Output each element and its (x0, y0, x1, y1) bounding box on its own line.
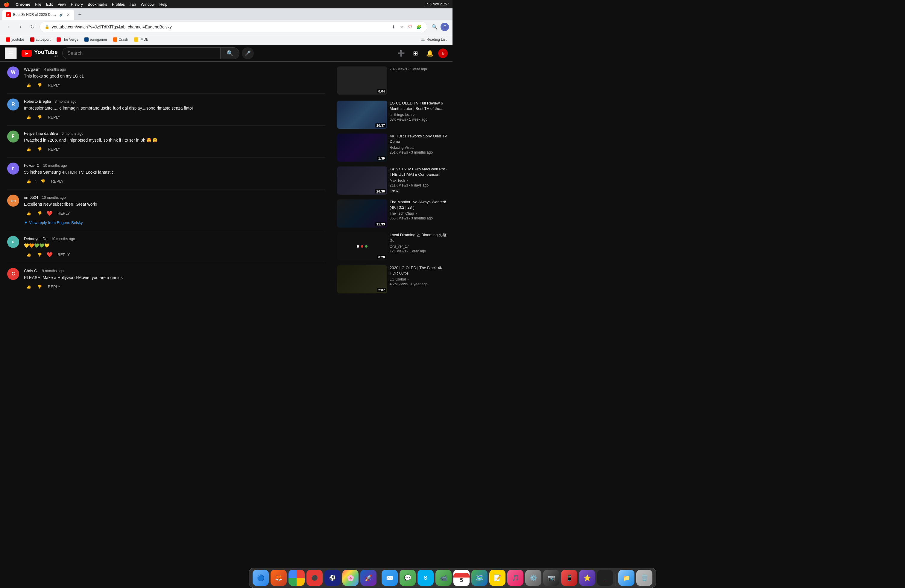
channel-name[interactable]: toru_ver_17 (390, 244, 409, 248)
menu-edit[interactable]: Edit (46, 2, 53, 6)
reply-button[interactable]: REPLY (46, 114, 63, 121)
yt-notifications-button[interactable]: 🔔 (424, 47, 436, 59)
comment-author[interactable]: Debadyuti De (24, 237, 48, 241)
comment-actions: 👍 👎 REPLY (24, 146, 325, 153)
dislike-button[interactable]: 👎 (35, 82, 44, 89)
chrome-search-icon[interactable]: 🔍 (430, 22, 439, 32)
bookmark-autosport[interactable]: autosport (28, 36, 53, 43)
yt-right-sidebar: 0:04 7.4K views · 1 year ago 10:37 LG C1… (332, 62, 452, 294)
comment-author[interactable]: Felipe Tina da Silva (24, 131, 58, 136)
sidebar-video-item[interactable]: 0:28 Local Dimming と Blooming の確認 toru_v… (337, 230, 448, 263)
comment-author[interactable]: Chris G. (24, 269, 38, 273)
like-button[interactable]: 👍 (24, 114, 33, 121)
like-button[interactable]: 👍 (24, 283, 33, 290)
menu-history[interactable]: History (71, 2, 83, 6)
tab-title: Best 8k HDR of 2020 Dolb... (13, 13, 57, 17)
bookmark-theverge[interactable]: The Verge (54, 36, 81, 43)
comment-time: 10 months ago (42, 195, 65, 200)
menu-file[interactable]: File (35, 2, 41, 6)
view-reply-text: View reply from Eugene Belsky (29, 220, 83, 225)
comment-author[interactable]: ern0504 (24, 195, 38, 200)
comment-author[interactable]: Роман С (24, 163, 40, 168)
reply-button[interactable]: REPLY (46, 146, 63, 153)
sidebar-video-item[interactable]: 11:33 The Monitor I've Always Wanted! (4… (337, 197, 448, 230)
extensions-icon[interactable]: 🧩 (415, 23, 422, 30)
reply-button[interactable]: REPLY (55, 210, 72, 217)
reply-button[interactable]: REPLY (55, 251, 72, 258)
channel-name[interactable]: LG Global (390, 277, 406, 281)
like-button[interactable]: 👍 (24, 146, 33, 153)
yt-menu-button[interactable]: ☰ (5, 47, 17, 59)
sidebar-video-item[interactable]: 10:37 LG C1 OLED TV Full Review 6 Months… (337, 98, 448, 131)
video-meta: 12K views · 1 year ago (390, 249, 448, 253)
dislike-button[interactable]: 👎 (35, 283, 44, 290)
like-button[interactable]: 👍 (24, 251, 33, 258)
sidebar-video-item[interactable]: 1:39 4K HDR Fireworks Sony Oled TV Demo … (337, 131, 448, 164)
like-button[interactable]: 👍 (24, 82, 33, 89)
reply-button[interactable]: REPLY (49, 178, 66, 185)
comment-item: R Roberto Breglia 3 months ago Impressio… (7, 94, 325, 126)
apple-logo-icon[interactable]: 🍎 (3, 2, 10, 7)
menu-view[interactable]: View (57, 2, 66, 6)
view-reply-button[interactable]: ▼ View reply from Eugene Belsky (24, 219, 83, 226)
download-icon[interactable]: ⬇ (390, 23, 397, 30)
bookmark-youtube[interactable]: youtube (3, 36, 27, 43)
dislike-button[interactable]: 👎 (38, 178, 48, 185)
back-button[interactable]: ‹ (3, 22, 13, 32)
menu-bookmarks[interactable]: Bookmarks (88, 2, 107, 6)
reading-list-button[interactable]: 📖 Reading List (418, 36, 449, 43)
channel-name[interactable]: The Tech Chap (390, 211, 414, 216)
video-meta: 251K views · 3 months ago (390, 150, 448, 154)
yt-create-button[interactable]: ➕ (395, 47, 407, 59)
sidebar-video-item[interactable]: 0:04 7.4K views · 1 year ago (337, 64, 448, 97)
new-tab-button[interactable]: + (75, 10, 85, 20)
yt-apps-button[interactable]: ⊞ (410, 47, 421, 59)
menu-window[interactable]: Window (141, 2, 154, 6)
address-bar[interactable]: 🔒 youtube.com/watch?v=Jz9TdfXlTgs&ab_cha… (40, 22, 427, 32)
sidebar-video-item[interactable]: 2:07 2020 LG OLED | The Black 4K HDR 60f… (337, 263, 448, 294)
like-button[interactable]: 👍 (24, 210, 33, 217)
comment-avatar: P (7, 162, 19, 175)
active-tab[interactable]: ▶ Best 8k HDR of 2020 Dolb... 🔊 ✕ (2, 10, 74, 20)
video-channel: The Tech Chap ✓ (390, 211, 448, 216)
extension-icon[interactable]: 🛡 (407, 23, 414, 30)
menu-tab[interactable]: Tab (130, 2, 136, 6)
channel-name[interactable]: all things tech (390, 113, 411, 117)
bookmark-imdb-label: IMDb (140, 37, 148, 41)
menu-profiles[interactable]: Profiles (112, 2, 125, 6)
video-channel: toru_ver_17 (390, 244, 448, 248)
dislike-button[interactable]: 👎 (35, 210, 44, 217)
bookmark-imdb[interactable]: IMDb (132, 36, 151, 43)
forward-button[interactable]: › (16, 22, 25, 32)
comment-author[interactable]: Roberto Breglia (24, 99, 51, 103)
reply-button[interactable]: REPLY (46, 283, 63, 290)
bookmark-crash[interactable]: Crash (111, 36, 130, 43)
bookmark-eurogamer[interactable]: eurogamer (82, 36, 110, 43)
tab-close-button[interactable]: ✕ (66, 12, 71, 17)
comment-author[interactable]: Wargasm (24, 67, 40, 72)
dislike-button[interactable]: 👎 (35, 114, 44, 121)
reply-button[interactable]: REPLY (46, 82, 63, 89)
like-button[interactable]: 👍 (24, 178, 33, 185)
yt-logo[interactable]: YouTube GB (22, 49, 57, 57)
dislike-button[interactable]: 👎 (35, 146, 44, 153)
tab-audio-icon[interactable]: 🔊 (59, 13, 64, 17)
dislike-button[interactable]: 👎 (35, 251, 44, 258)
menu-help[interactable]: Help (159, 2, 168, 6)
comment-avatar: D (7, 236, 19, 248)
bookmark-as-favicon (30, 37, 35, 41)
comment-item: C Chris G. 9 months ago PLEASE: Make a H… (7, 263, 325, 294)
profile-icon[interactable]: E (441, 23, 449, 31)
sidebar-video-item[interactable]: 26:30 14" vs 16" M1 Pro MacBook Pro - TH… (337, 164, 448, 197)
comment-avatar: F (7, 130, 19, 143)
yt-avatar[interactable]: E (438, 49, 448, 58)
yt-mic-button[interactable]: 🎤 (242, 47, 254, 59)
app-name-label[interactable]: Chrome (16, 2, 30, 6)
yt-search-button[interactable]: 🔍 (220, 47, 240, 59)
reload-button[interactable]: ↻ (27, 22, 37, 32)
yt-search-input[interactable] (62, 47, 220, 59)
channel-name[interactable]: Relaxing Visual (390, 146, 414, 150)
channel-name[interactable]: Max Tech (390, 178, 405, 183)
bookmark-star-icon[interactable]: ☆ (399, 23, 405, 30)
video-title: Local Dimming と Blooming の確認 (390, 232, 448, 243)
